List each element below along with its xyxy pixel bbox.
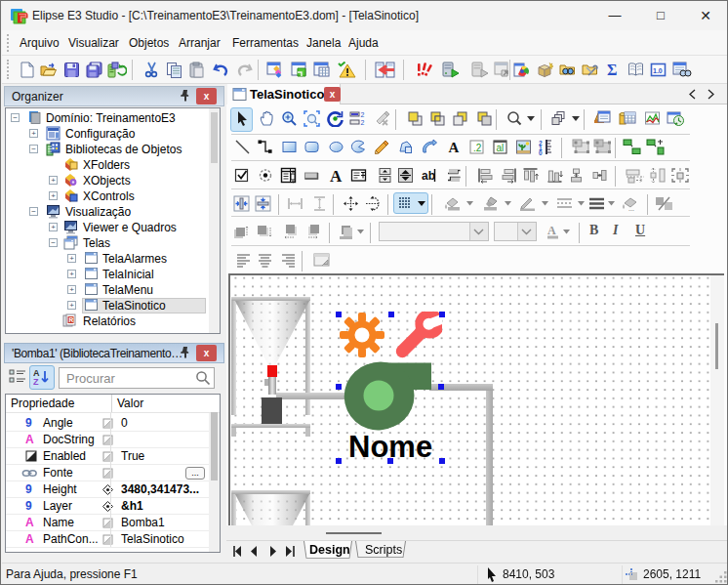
svg-text:R: R — [69, 316, 74, 323]
svg-text:al: al — [497, 143, 505, 153]
svg-text:2: 2 — [361, 119, 365, 126]
svg-text:Z: Z — [33, 377, 39, 387]
svg-text:1.0: 1.0 — [653, 67, 663, 74]
svg-text:ab: ab — [422, 169, 435, 183]
svg-text:...: ... — [628, 205, 634, 212]
svg-text:2: 2 — [361, 111, 365, 118]
svg-text:Σ: Σ — [607, 62, 617, 78]
svg-text:A: A — [547, 224, 556, 237]
svg-text:.2: .2 — [473, 143, 482, 153]
svg-text:0: 0 — [539, 149, 543, 155]
svg-text:A: A — [449, 140, 460, 155]
svg-text:A: A — [330, 167, 343, 184]
